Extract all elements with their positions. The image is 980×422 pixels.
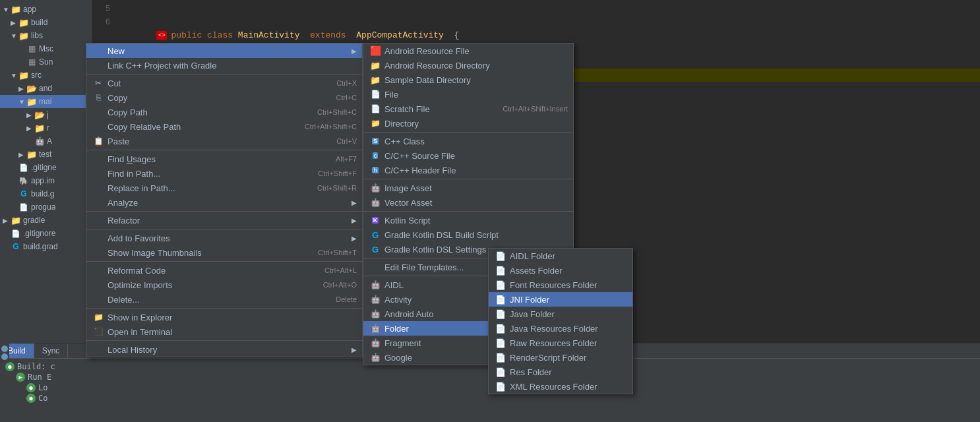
menu-item-local-hist[interactable]: Local History ▶ [86, 342, 362, 357]
menu-item-cut[interactable]: ✂ Cut Ctrl+X [86, 76, 362, 90]
tree-item-r[interactable]: ▶ 📁 r [0, 121, 92, 135]
file-menu-icon: 📄 [369, 89, 382, 100]
folder-icon-j: 📂 [34, 109, 45, 120]
menu-item-optimize[interactable]: Optimize Imports Ctrl+Alt+O [86, 278, 362, 292]
menu-item-find-usages[interactable]: Find Usages Alt+F7 [86, 152, 362, 166]
menu-item-refactor[interactable]: Refactor ▶ [86, 213, 362, 227]
menu-item-raw-res[interactable]: 📄 Raw Resources Folder [489, 336, 632, 350]
replace-shortcut: Ctrl+Shift+R [317, 184, 357, 192]
menu-item-cpp-class[interactable]: S C++ Class [363, 134, 573, 148]
tree-label-sun: Sun [39, 57, 53, 67]
loc-label: Lo [38, 383, 47, 392]
tree-label-j: j [47, 110, 49, 119]
file-icon-gitignore2: 📄 [11, 228, 21, 239]
menu-item-link-cpp[interactable]: Link C++ Project with Gradle [86, 58, 362, 73]
menu-item-scratch[interactable]: 📄 Scratch File Ctrl+Alt+Shift+Insert [363, 102, 573, 116]
tab-sync[interactable]: Sync [34, 344, 69, 358]
menu-label-open-term: Open in Terminal [107, 327, 357, 337]
menu-item-show-exp[interactable]: 📁 Show in Explorer [86, 310, 362, 324]
menu-item-show-img[interactable]: Show Image Thumbnails Ctrl+Shift+T [86, 245, 362, 260]
menu-item-copy[interactable]: ⎘ Copy Ctrl+C [86, 90, 362, 105]
analyze-arrow-icon: ▶ [352, 199, 357, 206]
tree-item-gradle[interactable]: ▶ 📁 gradle [0, 214, 92, 227]
tree-item-test[interactable]: ▶ 📁 test [0, 148, 92, 161]
menu-item-font-res[interactable]: 📄 Font Resources Folder [489, 278, 632, 292]
build-ok-icon: ● [5, 362, 15, 371]
menu-item-copy-rel[interactable]: Copy Relative Path Ctrl+Alt+Shift+C [86, 119, 362, 134]
menu-item-delete[interactable]: Delete... Delete [86, 292, 362, 307]
menu-item-new[interactable]: New ▶ [86, 44, 362, 58]
menu-item-res-folder[interactable]: 📄 Res Folder [489, 365, 632, 379]
menu-item-paste[interactable]: 📋 Paste Ctrl+V [86, 134, 362, 148]
menu-item-replace[interactable]: Replace in Path... Ctrl+Shift+R [86, 181, 362, 195]
tree-item-app[interactable]: ▼ 📁 app [0, 3, 92, 16]
tree-item-buildgrad[interactable]: G build.grad [0, 240, 92, 253]
find-path-icon [92, 168, 105, 179]
delete-icon [92, 294, 105, 305]
menu-item-file[interactable]: 📄 File [363, 87, 573, 102]
tree-arrow-mai: ▼ [18, 98, 26, 106]
side-arrows [0, 343, 9, 363]
tree-item-gitignore[interactable]: 📄 .gitigne [0, 161, 92, 174]
nav-dot-2 [1, 353, 8, 360]
menu-item-android-res-dir[interactable]: 📁 Android Resource Directory [363, 58, 573, 73]
aidl-folder-icon: 📄 [494, 251, 507, 261]
menu-item-sample-data[interactable]: 📁 Sample Data Directory [363, 73, 573, 87]
tree-item-sun[interactable]: ▦ Sun [0, 55, 92, 69]
tree-arrow-r: ▶ [26, 125, 34, 132]
menu-label-copy: Copy [107, 93, 323, 103]
tree-item-j[interactable]: ▶ 📂 j [0, 108, 92, 121]
tree-item-gitignore2[interactable]: 📄 .gitignore [0, 227, 92, 240]
tree-item-msc[interactable]: ▦ Msc [0, 42, 92, 55]
tree-item-libs[interactable]: ▼ 📁 libs [0, 29, 92, 42]
menu-item-renderscript[interactable]: 📄 RenderScript Folder [489, 350, 632, 365]
menu-label-file: File [384, 90, 568, 100]
menu-item-copy-path[interactable]: Copy Path Ctrl+Shift+C [86, 105, 362, 119]
tree-item-build[interactable]: ▶ 📁 build [0, 16, 92, 29]
tree-item-mai[interactable]: ▼ 📁 mai [0, 95, 92, 108]
tree-label-libs: libs [31, 31, 43, 40]
menu-item-java-res[interactable]: 📄 Java Resources Folder [489, 321, 632, 336]
menu-item-add-fav[interactable]: Add to Favorites ▶ [86, 231, 362, 245]
tree-item-src[interactable]: ▼ 📁 src [0, 69, 92, 82]
folder-icon-test: 📁 [26, 149, 37, 160]
tree-item-a[interactable]: 🤖 A [0, 135, 92, 148]
menu-label-cpp-class: C++ Class [384, 136, 568, 146]
tree-item-progua[interactable]: 📄 progua [0, 200, 92, 214]
jni-folder-icon: 📄 [494, 294, 507, 305]
menu-sep-2 [86, 150, 362, 150]
menu-item-image-asset[interactable]: 🤖 Image Asset [363, 181, 573, 195]
submenu2-sep-3 [363, 211, 573, 212]
gradle-kotlin-dsl-icon: G [369, 229, 382, 240]
menu-item-reformat[interactable]: Reformat Code Ctrl+Alt+L [86, 263, 362, 278]
android-auto-icon: 🤖 [369, 309, 382, 319]
menu-label-jni-folder: JNI Folder [510, 295, 627, 305]
cpp-header-icon: h [369, 165, 382, 175]
tree-item-and[interactable]: ▶ 📂 and [0, 82, 92, 95]
menu-item-analyze[interactable]: Analyze ▶ [86, 195, 362, 210]
menu-label-java-res: Java Resources Folder [510, 324, 627, 334]
menu-label-delete: Delete... [107, 295, 322, 305]
menu-item-directory[interactable]: 📁 Directory [363, 116, 573, 131]
menu-item-cpp-source[interactable]: c C/C++ Source File [363, 148, 573, 163]
show-img-icon [92, 247, 105, 258]
tree-arrow-app: ▼ [3, 6, 11, 13]
copy-icon: ⎘ [92, 92, 105, 103]
menu-item-aidl-folder[interactable]: 📄 AIDL Folder [489, 249, 632, 263]
menu-item-open-term[interactable]: ⬛ Open in Terminal [86, 324, 362, 339]
menu-item-assets-folder[interactable]: 📄 Assets Folder [489, 263, 632, 278]
menu-item-cpp-header[interactable]: h C/C++ Header File [363, 163, 573, 177]
sample-data-icon: 📁 [369, 75, 382, 85]
menu-item-find-path[interactable]: Find in Path... Ctrl+Shift+F [86, 166, 362, 181]
menu-item-kotlin-script[interactable]: K Kotlin Script [363, 213, 573, 227]
menu-item-xml-res[interactable]: 📄 XML Resources Folder [489, 379, 632, 394]
menu-item-jni-folder[interactable]: 📄 JNI Folder [489, 292, 632, 307]
menu-item-gradle-kotlin-dsl[interactable]: G Gradle Kotlin DSL Build Script [363, 227, 573, 242]
menu-label-android-res-file: Android Resource File [384, 46, 568, 56]
menu-item-vector-asset[interactable]: 🤖 Vector Asset [363, 195, 573, 210]
menu-label-add-fav: Add to Favorites [107, 233, 349, 243]
tree-item-buildg[interactable]: G build.g [0, 187, 92, 200]
menu-item-java-folder[interactable]: 📄 Java Folder [489, 307, 632, 321]
menu-item-android-res-file[interactable]: 🟥 Android Resource File [363, 44, 573, 58]
tree-item-appim[interactable]: 🐘 app.im [0, 174, 92, 187]
